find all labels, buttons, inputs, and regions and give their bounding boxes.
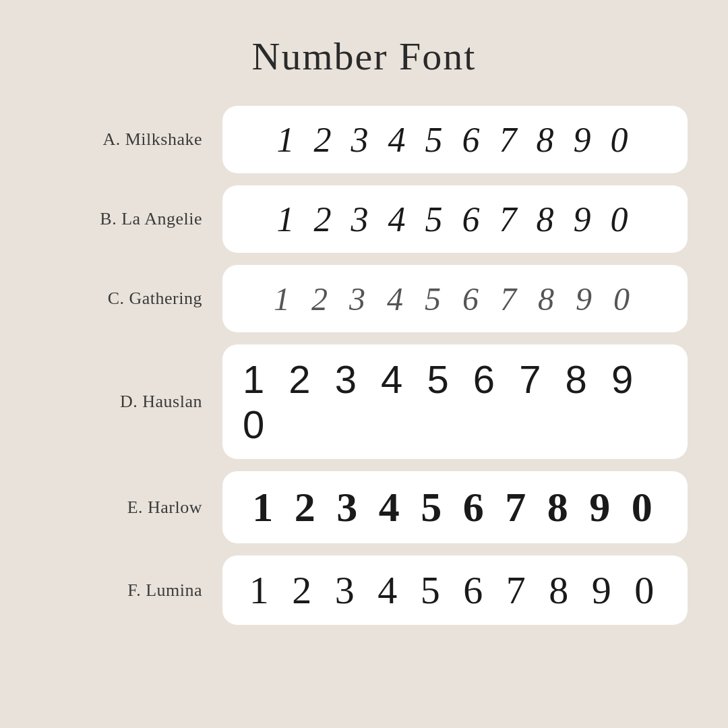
font-label-e: E. Harlow bbox=[40, 497, 202, 518]
font-card-f[interactable]: 1 2 3 4 5 6 7 8 9 0 bbox=[222, 555, 688, 625]
font-digits-d: 1 2 3 4 5 6 7 8 9 0 bbox=[243, 357, 667, 447]
font-card-e[interactable]: 1 2 3 4 5 6 7 8 9 0 bbox=[222, 471, 688, 543]
font-row-e[interactable]: E. Harlow1 2 3 4 5 6 7 8 9 0 bbox=[40, 471, 688, 543]
font-digits-b: 1 2 3 4 5 6 7 8 9 0 bbox=[277, 200, 634, 239]
font-row-d[interactable]: D. Hauslan1 2 3 4 5 6 7 8 9 0 bbox=[40, 344, 688, 459]
font-list: A. Milkshake1 2 3 4 5 6 7 8 9 0B. La Ang… bbox=[40, 106, 688, 625]
font-digits-f: 1 2 3 4 5 6 7 8 9 0 bbox=[249, 568, 661, 613]
font-label-f: F. Lumina bbox=[40, 580, 202, 601]
font-digits-a: 1 2 3 4 5 6 7 8 9 0 bbox=[277, 120, 634, 160]
font-card-d[interactable]: 1 2 3 4 5 6 7 8 9 0 bbox=[222, 344, 688, 459]
font-row-c[interactable]: C. Gathering1 2 3 4 5 6 7 8 9 0 bbox=[40, 265, 688, 332]
font-label-b: B. La Angelie bbox=[40, 209, 202, 229]
font-card-a[interactable]: 1 2 3 4 5 6 7 8 9 0 bbox=[222, 106, 688, 173]
font-label-a: A. Milkshake bbox=[40, 129, 202, 150]
font-card-b[interactable]: 1 2 3 4 5 6 7 8 9 0 bbox=[222, 185, 688, 253]
font-row-f[interactable]: F. Lumina1 2 3 4 5 6 7 8 9 0 bbox=[40, 555, 688, 625]
font-card-c[interactable]: 1 2 3 4 5 6 7 8 9 0 bbox=[222, 265, 688, 332]
font-digits-e: 1 2 3 4 5 6 7 8 9 0 bbox=[252, 483, 658, 531]
font-label-c: C. Gathering bbox=[40, 289, 202, 309]
font-digits-c: 1 2 3 4 5 6 7 8 9 0 bbox=[274, 280, 636, 317]
font-row-a[interactable]: A. Milkshake1 2 3 4 5 6 7 8 9 0 bbox=[40, 106, 688, 173]
font-row-b[interactable]: B. La Angelie1 2 3 4 5 6 7 8 9 0 bbox=[40, 185, 688, 253]
page-title: Number Font bbox=[252, 34, 477, 79]
font-label-d: D. Hauslan bbox=[40, 392, 202, 412]
